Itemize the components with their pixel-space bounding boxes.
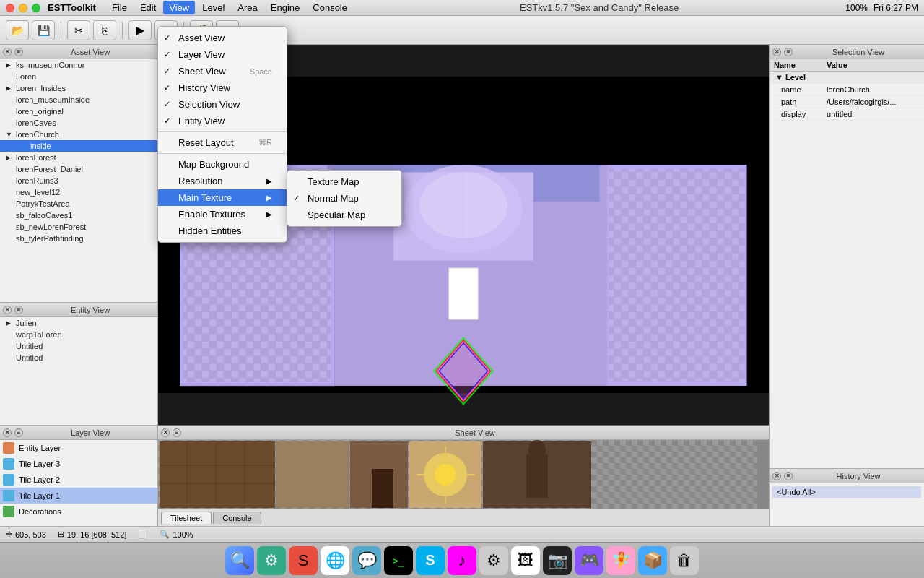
tree-item-lorenruins[interactable]: lorenRuins3	[0, 175, 157, 186]
right-sidebar: ✕ ≡ Selection View Name Value ▼ Level	[769, 45, 924, 526]
sheet-content[interactable]	[158, 440, 769, 509]
tab-tilesheet[interactable]: Tilesheet	[161, 512, 212, 524]
menu-asset-view[interactable]: ✓ Asset View	[158, 30, 287, 46]
open-button[interactable]: 📂	[6, 20, 29, 40]
dock-game[interactable]: 🎮	[575, 546, 603, 575]
menu-hidden-entities[interactable]: Hidden Entities	[158, 223, 287, 239]
menu-selection-view[interactable]: ✓ Selection View	[158, 96, 287, 113]
layer-decorations[interactable]: Decorations	[0, 504, 157, 519]
asset-view-list[interactable]: ▶ks_museumConnor Loren ▶Loren_Insides lo…	[0, 59, 157, 302]
menu-entity-view[interactable]: ✓ Entity View	[158, 113, 287, 129]
tree-item-lorencaves[interactable]: lorenCaves	[0, 117, 157, 129]
menu-file[interactable]: File	[106, 1, 133, 14]
dock-skype[interactable]: S	[416, 546, 445, 575]
tree-item-patryktest[interactable]: PatrykTestArea	[0, 198, 157, 210]
menu-history-view[interactable]: ✓ History View	[158, 79, 287, 96]
layer-tile2[interactable]: Tile Layer 2	[0, 472, 157, 488]
dock-trash[interactable]: 🗑	[670, 546, 699, 575]
menu-area[interactable]: Area	[232, 1, 263, 14]
layer-list[interactable]: Entity Layer Tile Layer 3 Tile Layer 2 T…	[0, 440, 157, 526]
menu-resolution[interactable]: Resolution ▶	[158, 173, 287, 189]
tree-item-loren[interactable]: Loren	[0, 71, 157, 82]
traffic-lights	[6, 4, 40, 12]
tree-item-ks[interactable]: ▶ks_museumConnor	[0, 59, 157, 71]
selection-view-config[interactable]: ≡	[784, 48, 793, 56]
tree-item-inside[interactable]: inside	[0, 140, 157, 152]
tree-item-lorenforest[interactable]: ▶lorenForest	[0, 152, 157, 163]
submenu-normal-map[interactable]: ✓ Normal Map	[287, 190, 401, 207]
tile-icon: ⊞	[58, 530, 64, 539]
entity-item-untitled1[interactable]: Untitled	[0, 340, 157, 352]
play-button[interactable]: ▶	[128, 20, 152, 40]
entity-view-close[interactable]: ✕	[3, 306, 12, 314]
dock-appstore[interactable]: 📦	[638, 546, 667, 575]
layer-tile3[interactable]: Tile Layer 3	[0, 456, 157, 472]
menu-main-texture[interactable]: Main Texture ▶	[158, 189, 287, 206]
main-layout: ✕ ≡ Asset View ▶ks_museumConnor Loren ▶L…	[0, 45, 924, 526]
menu-edit[interactable]: Edit	[134, 1, 162, 14]
layer-entity[interactable]: Entity Layer	[0, 440, 157, 456]
asset-view-close[interactable]: ✕	[3, 48, 12, 56]
dock-terminal[interactable]: >_	[384, 546, 413, 575]
asset-view-config[interactable]: ≡	[14, 48, 23, 56]
menu-map-background[interactable]: Map Background	[158, 156, 287, 173]
tree-item-loreninsides[interactable]: ▶Loren_Insides	[0, 82, 157, 94]
dock-system-prefs[interactable]: ⚙	[479, 546, 508, 575]
menu-enable-textures[interactable]: Enable Textures ▶	[158, 206, 287, 223]
minimize-button[interactable]	[19, 4, 27, 12]
sheet-view-config[interactable]: ≡	[173, 428, 181, 437]
dock-finder[interactable]: 🔍	[225, 546, 254, 575]
tree-item-newlevel[interactable]: new_level12	[0, 186, 157, 198]
cursor-coords: 605, 503	[15, 530, 46, 539]
history-view-close[interactable]: ✕	[772, 472, 781, 480]
tree-item-sbtyler[interactable]: sb_tylerPathfinding	[0, 233, 157, 244]
submenu-texture-map[interactable]: Texture Map	[287, 173, 401, 190]
tree-item-lorenforestdaniel[interactable]: lorenForest_Daniel	[0, 163, 157, 175]
copy-button[interactable]: ⎘	[93, 20, 116, 40]
dock-music[interactable]: ♪	[448, 546, 476, 575]
cut-button[interactable]: ✂	[67, 20, 90, 40]
menu-sheet-view[interactable]: ✓ Sheet View Space	[158, 63, 287, 79]
entity-view-config[interactable]: ≡	[14, 306, 23, 314]
tab-console[interactable]: Console	[213, 512, 261, 524]
menu-console[interactable]: Console	[307, 1, 353, 14]
window-title: ESTkv1.5.7 "Sex and Candy" Release	[357, 2, 841, 13]
history-view-config[interactable]: ≡	[784, 472, 793, 480]
layer-tile1-icon	[3, 490, 14, 501]
dock-chrome[interactable]: 🌐	[321, 546, 349, 575]
entity-item-warp[interactable]: warpToLoren	[0, 329, 157, 340]
tree-item-sbfalco[interactable]: sb_falcoCaves1	[0, 210, 157, 221]
close-button[interactable]	[6, 4, 14, 12]
dock-qtcreator[interactable]: ⚙	[257, 546, 286, 575]
layer-view-close[interactable]: ✕	[3, 428, 12, 437]
dock-camera[interactable]: 📷	[543, 546, 572, 575]
maximize-button[interactable]	[32, 4, 40, 12]
menu-reset-layout[interactable]: Reset Layout ⌘R	[158, 134, 287, 151]
dock-anime[interactable]: 🧚	[606, 546, 635, 575]
menu-level[interactable]: Level	[196, 1, 230, 14]
tilesheet-thumbnails	[158, 440, 757, 509]
check-asset-view: ✓	[164, 33, 170, 43]
menu-layer-view[interactable]: ✓ Layer View	[158, 46, 287, 63]
menu-view[interactable]: View	[163, 1, 195, 14]
tree-item-lorenmuseum[interactable]: loren_museumInside	[0, 94, 157, 105]
prop-display-label: display	[770, 108, 822, 121]
tree-item-sbnewloren[interactable]: sb_newLorenForest	[0, 221, 157, 233]
submenu-specular-map[interactable]: Specular Map	[287, 207, 401, 223]
prop-path-value: /Users/falcogirgis/...	[822, 96, 924, 108]
entity-item-untitled2[interactable]: Untitled	[0, 352, 157, 363]
undo-all-item[interactable]: <Undo All>	[772, 486, 921, 498]
entity-item-julien[interactable]: ▶Julien	[0, 317, 157, 329]
save-button[interactable]: 💾	[32, 20, 55, 40]
dock-sublime[interactable]: S	[289, 546, 318, 575]
tree-item-lorenoriginal[interactable]: loren_original	[0, 105, 157, 117]
selection-view-close[interactable]: ✕	[772, 48, 781, 56]
entity-list[interactable]: ▶Julien warpToLoren Untitled Untitled	[0, 317, 157, 425]
layer-tile1[interactable]: Tile Layer 1	[0, 488, 157, 504]
dock-messages[interactable]: 💬	[352, 546, 381, 575]
layer-view-config[interactable]: ≡	[14, 428, 23, 437]
dock-photos[interactable]: 🖼	[511, 546, 540, 575]
tree-item-lorenchurch[interactable]: ▼lorenChurch	[0, 129, 157, 140]
sheet-view-close[interactable]: ✕	[161, 428, 170, 437]
menu-engine[interactable]: Engine	[265, 1, 305, 14]
